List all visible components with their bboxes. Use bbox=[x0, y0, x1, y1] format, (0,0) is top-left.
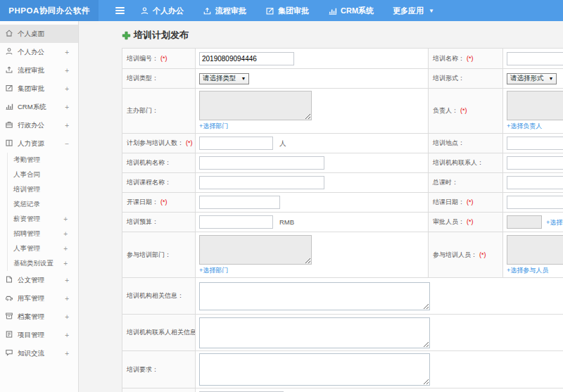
text-input[interactable] bbox=[507, 137, 563, 150]
sidebar-item-2[interactable]: 个人办公+ bbox=[0, 43, 78, 61]
field-value-cell: +选择参与人员 bbox=[503, 232, 563, 278]
sidebar-item-3[interactable]: 流程审批+ bbox=[0, 61, 78, 80]
page-title: 培训计划发布 bbox=[122, 29, 563, 42]
upload-icon bbox=[203, 6, 212, 15]
sidebar-item-7[interactable]: 人力资源− bbox=[0, 134, 78, 153]
text-input[interactable] bbox=[199, 137, 273, 150]
textarea-input[interactable] bbox=[199, 353, 430, 386]
unit-label: 人 bbox=[279, 139, 286, 147]
topnav-label: CRM系统 bbox=[341, 6, 374, 16]
text-input[interactable] bbox=[199, 215, 273, 229]
unit-label: RMB bbox=[279, 218, 294, 226]
sidebar-subitem-6[interactable]: 招聘管理+ bbox=[8, 227, 78, 241]
topnav-label: 更多应用 bbox=[393, 6, 424, 16]
sidebar-item-9[interactable]: 用车管理+ bbox=[0, 289, 78, 308]
sidebar-subitem-8[interactable]: 基础类别设置+ bbox=[8, 256, 78, 271]
topnav-item-5[interactable]: 更多应用▼ bbox=[393, 6, 434, 16]
topnav-item-1[interactable]: 个人办公 bbox=[140, 6, 184, 16]
text-input[interactable] bbox=[507, 52, 563, 65]
required-mark: (*) bbox=[467, 218, 474, 225]
field-label: 培训课程名称： bbox=[127, 179, 171, 186]
text-input[interactable] bbox=[199, 196, 280, 209]
field-label-cell: 培训机构相关信息： bbox=[122, 278, 196, 315]
field-label-cell: 附件文档： bbox=[122, 388, 196, 392]
sidebar-item-5[interactable]: CRM系统+ bbox=[0, 98, 78, 116]
picker-link[interactable]: +选择审批人员 bbox=[546, 219, 563, 226]
sidebar-item-4[interactable]: 集团审批+ bbox=[0, 80, 78, 98]
picker-textarea[interactable] bbox=[507, 235, 563, 265]
picker-link[interactable]: +选择部门 bbox=[199, 266, 228, 275]
picker-textarea[interactable] bbox=[199, 235, 312, 265]
expand-toggle-icon: − bbox=[65, 140, 69, 148]
text-input[interactable] bbox=[507, 196, 563, 209]
picker-link[interactable]: +选择部门 bbox=[199, 122, 228, 131]
sidebar-subitem-7[interactable]: 人事管理+ bbox=[8, 241, 78, 256]
main-content: 培训计划发布 培训编号：(*)培训名称：(*)培训类型：请选择类型▼培训形式：请… bbox=[79, 21, 563, 392]
expand-toggle-icon: + bbox=[63, 245, 68, 253]
menu-icon[interactable] bbox=[111, 0, 129, 21]
chevron-down-icon: ▼ bbox=[549, 76, 554, 81]
expand-toggle-icon: + bbox=[63, 215, 68, 223]
sidebar-item-10[interactable]: 档案管理+ bbox=[0, 308, 78, 326]
topnav-item-3[interactable]: 集团审批 bbox=[265, 6, 309, 16]
sidebar-subitem-5[interactable]: 薪资管理+ bbox=[8, 212, 78, 227]
field-label: 培训机构相关信息： bbox=[127, 292, 184, 299]
field-value-cell: +选择部门 bbox=[196, 232, 429, 278]
field-value-cell bbox=[503, 49, 563, 69]
field-label: 开课日期： bbox=[127, 198, 158, 206]
picker-textarea[interactable] bbox=[507, 91, 563, 120]
sidebar-subitem-label: 人事合同 bbox=[13, 170, 68, 179]
field-label: 培训预算： bbox=[127, 218, 158, 225]
picker-link[interactable]: +选择参与人员 bbox=[507, 266, 548, 275]
sidebar-item-12[interactable]: 知识交流+ bbox=[0, 344, 78, 362]
field-label: 培训机构联系人相关信息： bbox=[127, 329, 196, 336]
add-plus-icon bbox=[122, 31, 131, 40]
expand-toggle-icon: + bbox=[65, 331, 69, 339]
sidebar-subitem-1[interactable]: 考勤管理 bbox=[8, 153, 78, 167]
select-control[interactable]: 请选择形式▼ bbox=[507, 73, 557, 84]
text-input[interactable] bbox=[507, 156, 563, 170]
picker-textarea[interactable] bbox=[199, 91, 312, 120]
field-label-cell: 总课时： bbox=[429, 173, 503, 193]
text-input[interactable] bbox=[199, 156, 324, 170]
select-control[interactable]: 请选择类型▼ bbox=[199, 73, 249, 84]
required-mark: (*) bbox=[479, 251, 486, 258]
text-input[interactable] bbox=[199, 176, 324, 189]
topnav-label: 个人办公 bbox=[153, 6, 184, 16]
required-mark: (*) bbox=[460, 107, 467, 114]
sidebar-subitem-label: 基础类别设置 bbox=[13, 259, 63, 268]
field-label-cell: 参与培训部门： bbox=[122, 232, 196, 278]
sidebar-item-8[interactable]: 公文管理+ bbox=[0, 271, 78, 289]
sidebar-subitem-4[interactable]: 奖惩记录 bbox=[8, 197, 78, 212]
field-value-cell bbox=[196, 49, 429, 69]
picker-link[interactable]: +选择负责人 bbox=[507, 122, 542, 131]
field-label-cell: 培训课程名称： bbox=[122, 173, 196, 193]
briefcase-icon bbox=[5, 120, 18, 130]
sidebar-item-label: 个人桌面 bbox=[18, 30, 69, 39]
sidebar-item-1[interactable]: 个人桌面 bbox=[0, 25, 78, 43]
field-label-cell: 负责人：(*) bbox=[429, 89, 503, 134]
field-label: 培训编号： bbox=[127, 55, 158, 62]
sidebar-item-6[interactable]: 行政办公+ bbox=[0, 116, 78, 134]
field-label: 参与培训部门： bbox=[127, 251, 171, 258]
textarea-input[interactable] bbox=[199, 282, 430, 310]
field-label-cell: 参与培训人员：(*) bbox=[429, 232, 503, 278]
expand-toggle-icon: + bbox=[65, 295, 69, 303]
text-input[interactable] bbox=[507, 176, 563, 189]
sidebar-item-label: 知识交流 bbox=[18, 349, 65, 358]
field-value-cell bbox=[196, 173, 429, 193]
text-input[interactable] bbox=[199, 52, 294, 65]
sidebar-subitem-3[interactable]: 培训管理 bbox=[8, 182, 78, 197]
topnav-item-4[interactable]: CRM系统 bbox=[328, 6, 374, 16]
form-row: 计划参与培训人数：(*)人培训地点： bbox=[122, 134, 563, 153]
field-value-cell bbox=[503, 193, 563, 213]
textarea-input[interactable] bbox=[199, 317, 430, 348]
sidebar-item-11[interactable]: 项目管理+ bbox=[0, 326, 78, 344]
field-label-cell: 培训编号：(*) bbox=[122, 49, 196, 69]
sidebar-subitem-2[interactable]: 人事合同 bbox=[8, 167, 78, 182]
field-value-cell bbox=[196, 351, 563, 388]
topnav-item-2[interactable]: 流程审批 bbox=[203, 6, 246, 16]
text-input[interactable] bbox=[507, 215, 542, 229]
form-row: 参与培训部门：+选择部门参与培训人员：(*)+选择参与人员 bbox=[122, 232, 563, 278]
expand-toggle-icon: + bbox=[65, 350, 69, 358]
